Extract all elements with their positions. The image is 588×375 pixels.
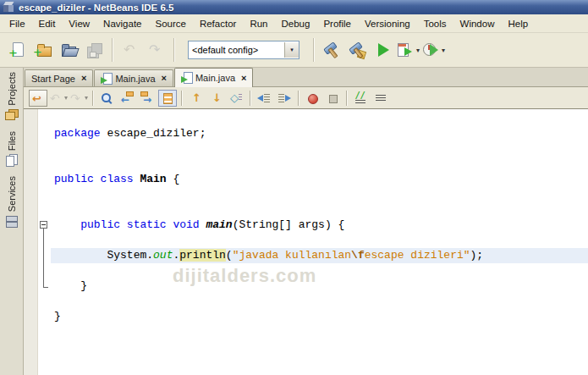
undo-icon <box>121 41 140 59</box>
build-button[interactable] <box>320 38 343 62</box>
toolbar-separator <box>298 91 299 106</box>
code-token: (String[] args) { <box>233 218 345 231</box>
find-next-button[interactable] <box>138 90 157 107</box>
netbeans-logo-icon <box>3 2 14 13</box>
config-combobox-value: <default config> <box>189 45 284 55</box>
menu-window[interactable]: Window <box>453 16 502 31</box>
tab-2-main-java[interactable]: Main.java× <box>174 68 254 87</box>
new-file-button[interactable] <box>6 38 30 62</box>
menu-debug[interactable]: Debug <box>274 16 316 31</box>
chevron-down-icon[interactable]: ▾ <box>284 42 299 58</box>
sidebar-tab-label: Projects <box>7 72 17 106</box>
toolbar-separator <box>181 91 182 106</box>
code-line[interactable] <box>24 187 588 202</box>
menu-versioning[interactable]: Versioning <box>358 16 417 31</box>
bookmark-next-button[interactable] <box>206 90 225 107</box>
code-token: escape dizileri" <box>365 249 470 262</box>
menu-edit[interactable]: Edit <box>32 16 63 31</box>
code-line[interactable]: public class Main { <box>24 172 588 187</box>
menu-file[interactable]: File <box>3 16 32 31</box>
macro-stop-icon <box>326 91 339 105</box>
code-text: public static void main(String[] args) { <box>54 218 344 233</box>
chevron-down-icon[interactable]: ▾ <box>416 47 420 54</box>
menu-source[interactable]: Source <box>148 16 192 31</box>
code-token: out <box>153 249 173 262</box>
code-text: } <box>54 309 61 324</box>
new-project-button[interactable] <box>31 38 55 62</box>
sidebar-tab-projects[interactable]: Projects <box>5 72 19 121</box>
code-token: main <box>206 218 232 231</box>
code-token: { <box>167 173 180 185</box>
fold-collapse-icon[interactable] <box>40 221 47 229</box>
shift-left-icon <box>257 91 271 105</box>
menu-tools[interactable]: Tools <box>417 16 453 31</box>
tab-close-icon[interactable]: × <box>162 74 167 83</box>
code-line[interactable]: public static void main(String[] args) { <box>24 218 588 233</box>
nav-back-button[interactable]: ▾ <box>49 90 68 107</box>
run-icon <box>373 41 392 59</box>
bookmark-toggle-button[interactable] <box>227 90 245 107</box>
tab-close-icon[interactable]: × <box>81 74 86 83</box>
bookmark-previous-button[interactable] <box>186 90 205 107</box>
clean-build-button[interactable] <box>345 38 369 62</box>
code-editor[interactable]: package escape_diziler;public class Main… <box>24 109 588 375</box>
code-token: escape_diziler; <box>101 127 206 140</box>
bookmark-previous-icon <box>189 91 202 105</box>
code-token: } <box>80 279 87 292</box>
sidebar-tab-services[interactable]: Services <box>5 176 19 227</box>
comment-button[interactable] <box>351 90 370 107</box>
macro-record-button[interactable] <box>303 90 321 107</box>
nav-back-icon <box>49 91 63 105</box>
tab-0-start-page[interactable]: Start Page× <box>25 69 93 86</box>
code-line[interactable] <box>24 233 588 248</box>
code-line[interactable] <box>24 141 588 157</box>
code-token: public class <box>54 173 134 185</box>
chevron-down-icon[interactable]: ▾ <box>85 94 88 102</box>
code-line[interactable]: package escape_diziler; <box>24 126 588 141</box>
code-line[interactable] <box>24 202 588 218</box>
watermark: dijitalders.com <box>173 265 316 287</box>
debug-button[interactable]: ▾ <box>396 38 420 62</box>
sidebar: ProjectsFilesServices <box>0 68 24 375</box>
config-combobox[interactable]: <default config>▾ <box>188 41 299 59</box>
last-edit-icon <box>31 91 45 105</box>
find-previous-button[interactable] <box>118 90 136 107</box>
shift-left-button[interactable] <box>255 90 273 107</box>
macro-stop-button[interactable] <box>323 90 342 107</box>
menu-profile[interactable]: Profile <box>316 16 358 31</box>
sidebar-tab-files[interactable]: Files <box>5 131 19 166</box>
toolbar-separator <box>112 38 113 62</box>
code-line[interactable] <box>24 111 588 126</box>
toggle-highlight-button[interactable] <box>158 90 177 107</box>
last-edit-button[interactable] <box>29 90 47 107</box>
shift-right-button[interactable] <box>275 90 294 107</box>
save-all-button[interactable] <box>82 38 106 62</box>
tab-1-main-java[interactable]: Main.java× <box>94 69 173 86</box>
find-button[interactable] <box>97 90 116 107</box>
code-text: } <box>54 278 87 294</box>
redo-button[interactable] <box>144 38 168 62</box>
menu-view[interactable]: View <box>62 16 96 31</box>
nav-forward-button[interactable]: ▾ <box>69 90 88 107</box>
menu-run[interactable]: Run <box>243 16 274 31</box>
projects-icon <box>5 109 19 121</box>
uncomment-button[interactable] <box>371 90 390 107</box>
code-line[interactable] <box>24 294 588 309</box>
title-bar[interactable]: escape_diziler - NetBeans IDE 6.5 <box>0 0 588 14</box>
code-line[interactable]: } <box>24 309 588 324</box>
tab-close-icon[interactable]: × <box>241 74 246 83</box>
run-button[interactable] <box>371 38 394 62</box>
toolbar-separator <box>250 91 250 106</box>
menu-help[interactable]: Help <box>501 16 535 31</box>
chevron-down-icon[interactable]: ▾ <box>442 47 445 54</box>
profile-button[interactable]: ▾ <box>421 38 445 62</box>
chevron-down-icon[interactable]: ▾ <box>64 94 68 102</box>
code-token: } <box>54 310 61 323</box>
menu-refactor[interactable]: Refactor <box>193 16 243 31</box>
code-line[interactable] <box>24 157 588 172</box>
code-line[interactable]: System.out.println("javada kullanılan\fe… <box>24 248 588 263</box>
open-project-button[interactable] <box>57 38 80 62</box>
undo-button[interactable] <box>118 38 142 62</box>
editor-toolbar: ▾▾ <box>24 87 588 109</box>
menu-navigate[interactable]: Navigate <box>96 16 148 31</box>
